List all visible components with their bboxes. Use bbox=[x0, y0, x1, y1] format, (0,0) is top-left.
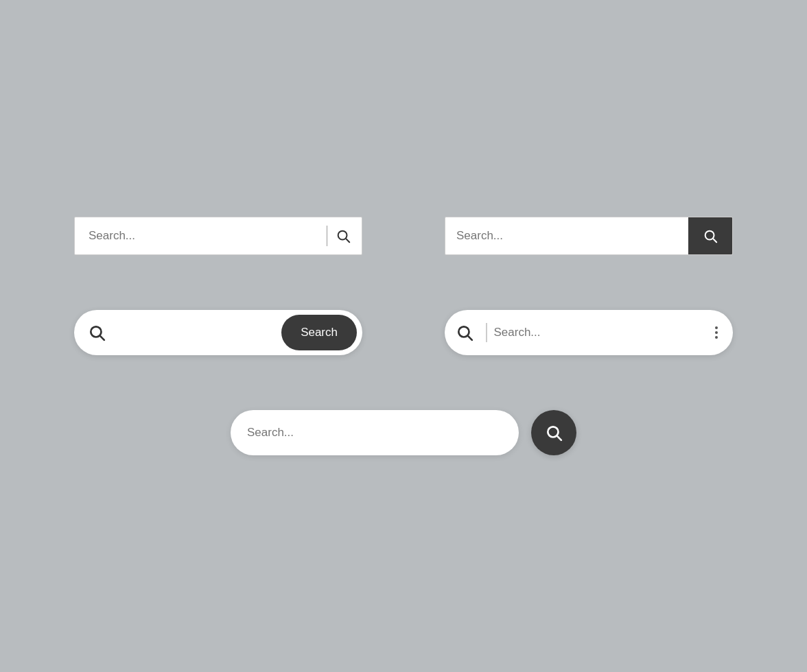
search-bar-5 bbox=[231, 410, 519, 455]
search-bar-2 bbox=[445, 217, 733, 255]
svg-line-5 bbox=[100, 336, 104, 339]
search-icon-left-3 bbox=[80, 324, 114, 341]
search-icon-1 bbox=[336, 228, 351, 243]
svg-line-7 bbox=[468, 336, 471, 339]
search-icon-5 bbox=[545, 424, 563, 442]
search-icon-left-4 bbox=[456, 324, 479, 341]
search-bar-3: Search bbox=[74, 310, 362, 355]
search-circle-button-5[interactable] bbox=[531, 410, 576, 455]
search-bar-1 bbox=[74, 217, 362, 255]
dot-3 bbox=[715, 336, 718, 339]
svg-line-3 bbox=[714, 239, 717, 243]
dot-2 bbox=[715, 331, 718, 334]
search-input-2[interactable] bbox=[445, 229, 688, 243]
search-input-3[interactable] bbox=[114, 326, 281, 339]
search-button-3[interactable]: Search bbox=[281, 315, 357, 350]
svg-line-1 bbox=[347, 239, 350, 243]
dot-1 bbox=[715, 326, 718, 329]
svg-line-9 bbox=[557, 436, 561, 440]
more-options-button-4[interactable] bbox=[711, 324, 722, 341]
search-input-5[interactable] bbox=[247, 426, 502, 440]
search-bar-5-wrapper bbox=[231, 410, 576, 455]
search-icon-3 bbox=[88, 324, 106, 341]
row-3 bbox=[0, 410, 807, 455]
search-button-2[interactable] bbox=[688, 217, 732, 254]
row-2: Search bbox=[0, 310, 807, 355]
svg-point-6 bbox=[458, 326, 469, 337]
svg-point-2 bbox=[705, 231, 714, 240]
search-icon-2 bbox=[703, 228, 718, 243]
svg-point-8 bbox=[548, 427, 558, 437]
search-bar-4 bbox=[445, 310, 733, 355]
search-icon-4 bbox=[456, 324, 473, 341]
divider-4 bbox=[486, 323, 487, 342]
search-input-1[interactable] bbox=[83, 229, 321, 243]
svg-point-4 bbox=[91, 326, 101, 337]
divider-1 bbox=[327, 226, 328, 246]
svg-point-0 bbox=[338, 231, 347, 240]
search-input-4[interactable] bbox=[494, 326, 712, 339]
row-1 bbox=[0, 217, 807, 255]
search-components-grid: Search bbox=[0, 217, 807, 455]
search-button-1[interactable] bbox=[333, 226, 353, 246]
